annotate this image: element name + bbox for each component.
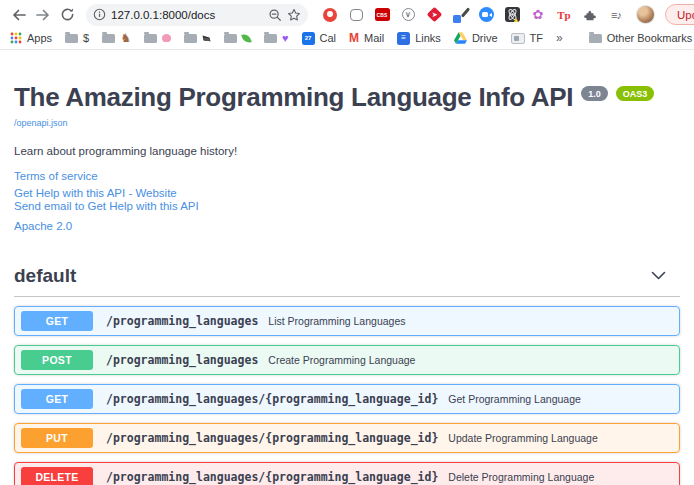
method-badge: GET bbox=[21, 311, 93, 331]
endpoint-summary: List Programming Languages bbox=[268, 315, 405, 327]
reload-button[interactable] bbox=[56, 4, 78, 26]
brain-emoji-icon bbox=[162, 34, 171, 42]
browser-toolbar: 127.0.0.1:8000/docs CBS ∨ ➤ ▲ ✿ Tp ≡♪ Up… bbox=[0, 0, 694, 29]
oas3-badge: OAS3 bbox=[616, 86, 655, 101]
links-app-icon: ≡ bbox=[397, 32, 410, 45]
endpoint-path: /programming_languages/{programming_lang… bbox=[106, 431, 438, 445]
folder-icon bbox=[589, 34, 602, 43]
bookmark-cal[interactable]: 27Cal bbox=[302, 32, 337, 45]
apps-grid-icon bbox=[10, 32, 22, 44]
folder-icon bbox=[224, 34, 237, 43]
bookmark-folder-purple-heart[interactable]: ♥ bbox=[264, 33, 289, 44]
apps-shortcut[interactable]: Apps bbox=[10, 32, 52, 44]
teleparty-extension-icon[interactable]: Tp bbox=[556, 7, 572, 23]
bookmark-mail[interactable]: MMail bbox=[349, 32, 384, 44]
chat-bubble-extension-icon[interactable] bbox=[348, 7, 364, 23]
bookmark-folder-leaf[interactable] bbox=[224, 34, 251, 43]
license-link[interactable]: Apache 2.0 bbox=[14, 220, 680, 232]
forward-button[interactable] bbox=[32, 4, 54, 26]
update-label: Update bbox=[677, 9, 694, 21]
folder-icon bbox=[144, 34, 157, 43]
horse-emoji-icon: ♞ bbox=[120, 32, 131, 44]
colorzilla-eyedropper-extension-icon[interactable] bbox=[452, 7, 468, 23]
endpoint-row-list-languages[interactable]: GET /programming_languages List Programm… bbox=[14, 306, 680, 336]
extension-tray: CBS ∨ ➤ ▲ ✿ Tp ≡♪ bbox=[322, 7, 624, 23]
endpoint-summary: Update Programming Language bbox=[448, 432, 597, 444]
puzzle-extensions-icon[interactable] bbox=[582, 7, 598, 23]
page-title: The Amazing Programming Language Info AP… bbox=[14, 83, 573, 112]
tf-icon bbox=[511, 33, 525, 44]
contact-website-link[interactable]: Get Help with this API - Website bbox=[14, 187, 680, 201]
bookmark-folder-brain[interactable] bbox=[144, 34, 171, 43]
endpoint-path: /programming_languages/{programming_lang… bbox=[106, 392, 438, 406]
media-playlist-extension-icon[interactable]: ≡♪ bbox=[608, 7, 624, 23]
method-badge: POST bbox=[21, 350, 93, 370]
bookmark-star-icon[interactable] bbox=[287, 8, 301, 22]
folder-icon bbox=[264, 34, 277, 43]
folder-icon bbox=[184, 34, 197, 43]
bookmarks-bar: Apps $ ♞ ♥ 27Cal MMail ≡Links Drive TF »… bbox=[0, 29, 694, 50]
endpoint-summary: Delete Programming Language bbox=[448, 471, 594, 483]
google-drive-icon bbox=[454, 32, 467, 44]
endpoint-path: /programming_languages bbox=[106, 353, 258, 367]
contact-email-link[interactable]: Send email to Get Help with this API bbox=[14, 200, 680, 214]
bookmark-folder-horse[interactable]: ♞ bbox=[102, 32, 131, 44]
openapi-spec-link[interactable]: /openapi.json bbox=[14, 118, 68, 128]
url-text: 127.0.0.1:8000/docs bbox=[111, 9, 263, 21]
profile-avatar[interactable] bbox=[636, 5, 655, 24]
address-bar[interactable]: 127.0.0.1:8000/docs bbox=[86, 4, 308, 26]
method-badge: GET bbox=[21, 389, 93, 409]
gmail-icon: M bbox=[349, 32, 359, 44]
dollar-sign-icon: $ bbox=[83, 32, 89, 44]
chevron-down-icon[interactable] bbox=[651, 271, 666, 280]
bookmark-folder-graduation[interactable] bbox=[184, 34, 211, 43]
bookmark-tf[interactable]: TF bbox=[511, 32, 543, 44]
atom-warning-extension-icon[interactable]: ▲ bbox=[504, 7, 520, 23]
default-section-header[interactable]: default bbox=[14, 265, 680, 297]
site-info-icon[interactable] bbox=[93, 8, 106, 21]
bookmark-drive[interactable]: Drive bbox=[454, 32, 498, 44]
section-title: default bbox=[14, 265, 76, 287]
cbs-extension-icon[interactable]: CBS bbox=[374, 7, 390, 23]
zoom-out-icon[interactable] bbox=[268, 8, 282, 22]
endpoint-summary: Get Programming Language bbox=[448, 393, 581, 405]
pocket-extension-icon[interactable]: ∨ bbox=[400, 7, 416, 23]
graduation-cap-emoji-icon bbox=[202, 34, 211, 43]
confetti-flower-extension-icon[interactable]: ✿ bbox=[530, 7, 546, 23]
endpoint-row-delete-language[interactable]: DELETE /programming_languages/{programmi… bbox=[14, 462, 680, 485]
terms-of-service-link[interactable]: Terms of service bbox=[14, 170, 680, 182]
bookmark-links[interactable]: ≡Links bbox=[397, 32, 441, 45]
endpoint-row-get-language[interactable]: GET /programming_languages/{programming_… bbox=[14, 384, 680, 414]
zoom-camera-extension-icon[interactable] bbox=[478, 7, 494, 23]
bookmark-folder-dollar[interactable]: $ bbox=[65, 32, 89, 44]
back-button[interactable] bbox=[8, 4, 30, 26]
sidekick-diamond-extension-icon[interactable]: ➤ bbox=[426, 7, 442, 23]
swagger-page: The Amazing Programming Language Info AP… bbox=[0, 50, 694, 485]
endpoint-summary: Create Programming Language bbox=[268, 354, 415, 366]
method-badge: DELETE bbox=[21, 467, 93, 485]
folder-icon bbox=[65, 34, 78, 43]
calendar-icon: 27 bbox=[302, 32, 315, 45]
method-badge: PUT bbox=[21, 428, 93, 448]
endpoint-path: /programming_languages bbox=[106, 314, 258, 328]
endpoint-row-update-language[interactable]: PUT /programming_languages/{programming_… bbox=[14, 423, 680, 453]
bookmarks-overflow-chevron[interactable]: » bbox=[556, 31, 563, 45]
endpoint-row-create-language[interactable]: POST /programming_languages Create Progr… bbox=[14, 345, 680, 375]
purple-heart-emoji-icon: ♥ bbox=[282, 33, 289, 44]
endpoint-path: /programming_languages/{programming_lang… bbox=[106, 470, 438, 484]
folder-icon bbox=[102, 34, 115, 43]
chrome-update-button[interactable]: Update ⋮ bbox=[665, 4, 694, 25]
api-description: Learn about programming language history… bbox=[14, 145, 680, 157]
version-badge: 1.0 bbox=[581, 86, 608, 101]
other-bookmarks[interactable]: Other Bookmarks bbox=[589, 32, 693, 44]
leaf-emoji-icon bbox=[241, 33, 251, 43]
blocker-extension-icon[interactable] bbox=[322, 7, 338, 23]
